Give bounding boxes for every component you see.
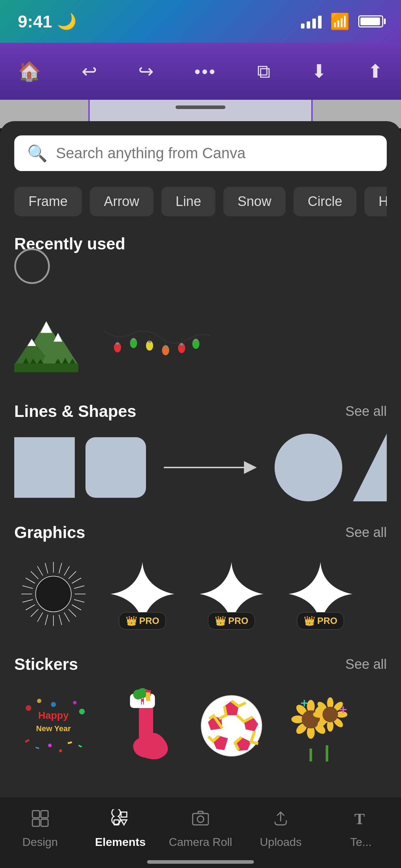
toolbar: 🏠 ↩ ↪ ••• ⧉ ⬇ ⬆ <box>0 43 401 100</box>
camera-roll-label: Camera Roll <box>169 836 232 849</box>
graphics-header: Graphics See all <box>14 523 387 542</box>
shape-arrow[interactable] <box>157 461 264 474</box>
download-button[interactable]: ⬇ <box>311 61 327 82</box>
chip-circle[interactable]: Circle <box>293 187 356 216</box>
svg-line-50 <box>22 586 33 589</box>
svg-line-54 <box>45 563 48 573</box>
pro-badge-3: 👑 PRO <box>297 612 344 630</box>
svg-point-59 <box>73 701 77 704</box>
redo-button[interactable]: ↪ <box>138 61 154 82</box>
design-label: Design <box>22 836 58 849</box>
pro-badge-1: 👑 PRO <box>119 612 166 630</box>
svg-line-42 <box>59 615 62 625</box>
search-icon: 🔍 <box>27 144 47 163</box>
text-icon: T <box>351 809 370 832</box>
shape-rounded-rect[interactable] <box>85 437 146 498</box>
stickers-see-all[interactable]: See all <box>345 657 387 672</box>
chip-frame[interactable]: Frame <box>14 187 82 216</box>
nav-elements[interactable]: Elements <box>80 809 160 856</box>
bottom-sheet: 🔍 Frame Arrow Line Snow Circle Heart Rec… <box>0 121 401 868</box>
battery-icon <box>358 15 383 27</box>
recently-used-items <box>14 266 387 302</box>
sticker-sunflower[interactable] <box>281 687 360 765</box>
chip-heart[interactable]: Heart <box>364 187 387 216</box>
svg-rect-18 <box>132 338 135 340</box>
more-button[interactable]: ••• <box>194 62 217 81</box>
chip-snow[interactable]: Snow <box>223 187 286 216</box>
sticker-soccer[interactable] <box>192 687 271 765</box>
chip-line[interactable]: Line <box>161 187 215 216</box>
graphic-sparkle-2[interactable]: 👑 PRO <box>192 555 271 633</box>
recently-used-section: Recently used <box>14 234 387 380</box>
shape-circle[interactable] <box>275 434 342 501</box>
status-time: 9:41 🌙 <box>18 12 77 31</box>
search-bar[interactable]: 🔍 <box>14 135 387 171</box>
graphic-sparkle-3[interactable]: 👑 PRO <box>281 555 360 633</box>
svg-line-40 <box>68 609 76 616</box>
nav-text[interactable]: T Te... <box>321 809 401 856</box>
svg-line-48 <box>22 600 33 603</box>
nav-uploads[interactable]: Uploads <box>241 809 321 856</box>
search-input[interactable] <box>56 145 374 162</box>
uploads-icon <box>271 809 290 832</box>
graphics-title: Graphics <box>14 523 85 542</box>
undo-button[interactable]: ↩ <box>82 61 97 82</box>
recent-mountain-item[interactable] <box>14 309 78 380</box>
stickers-header: Stickers See all <box>14 655 387 674</box>
svg-line-39 <box>72 605 81 610</box>
wifi-icon: 📶 <box>330 12 350 31</box>
stickers-section: Stickers See all Happy New Year <box>14 655 387 765</box>
category-chips: Frame Arrow Line Snow Circle Heart <box>14 187 387 216</box>
svg-line-33 <box>64 566 69 575</box>
lines-shapes-section: Lines & Shapes See all <box>14 402 387 501</box>
share-button[interactable]: ⬆ <box>368 61 383 82</box>
svg-point-112 <box>197 816 204 822</box>
shapes-row <box>14 434 387 501</box>
svg-point-101 <box>322 707 338 722</box>
recent-circle-item[interactable] <box>14 248 50 284</box>
svg-rect-111 <box>193 813 208 825</box>
svg-rect-64 <box>36 746 40 749</box>
svg-point-55 <box>36 576 71 612</box>
home-button[interactable]: 🏠 <box>18 61 41 82</box>
lines-shapes-see-all[interactable]: See all <box>345 404 387 419</box>
chip-arrow[interactable]: Arrow <box>90 187 153 216</box>
nav-design[interactable]: Design <box>0 809 80 856</box>
graphics-see-all[interactable]: See all <box>345 525 387 540</box>
graphics-section: Graphics See all <box>14 523 387 633</box>
svg-text:T: T <box>354 810 365 828</box>
svg-rect-15 <box>116 342 119 345</box>
copy-button[interactable]: ⧉ <box>257 61 270 82</box>
lines-shapes-title: Lines & Shapes <box>14 402 136 421</box>
svg-rect-108 <box>32 819 40 826</box>
svg-point-56 <box>26 705 31 711</box>
stickers-row: Happy New Year <box>14 687 387 765</box>
shape-triangle[interactable] <box>353 434 387 501</box>
nav-camera-roll[interactable]: Camera Roll <box>160 809 240 856</box>
graphic-sparkle-1[interactable]: 👑 PRO <box>103 555 182 633</box>
graphic-sunburst[interactable] <box>14 555 93 633</box>
text-label: Te... <box>350 836 371 849</box>
svg-line-44 <box>45 615 48 625</box>
sticker-stocking[interactable] <box>103 687 182 765</box>
svg-line-46 <box>31 609 38 616</box>
bottom-nav: Design Elements Camera Roll <box>0 797 401 868</box>
status-icons: 📶 <box>301 12 383 31</box>
svg-line-41 <box>64 613 69 622</box>
svg-rect-75 <box>145 690 151 692</box>
svg-rect-109 <box>41 819 48 826</box>
svg-line-45 <box>37 613 43 622</box>
svg-text:New Year: New Year <box>36 724 71 733</box>
svg-rect-106 <box>32 811 40 818</box>
svg-rect-74 <box>146 692 150 701</box>
svg-line-36 <box>74 586 84 589</box>
svg-rect-24 <box>164 345 167 347</box>
recent-lights-item[interactable] <box>89 309 224 380</box>
svg-point-57 <box>37 699 41 703</box>
sticker-new-year[interactable]: Happy New Year <box>14 687 93 765</box>
home-indicator <box>147 860 254 864</box>
svg-rect-63 <box>25 739 30 743</box>
shape-square[interactable] <box>14 437 75 498</box>
signal-icon <box>301 14 322 29</box>
time-display: 9:41 <box>18 12 52 31</box>
